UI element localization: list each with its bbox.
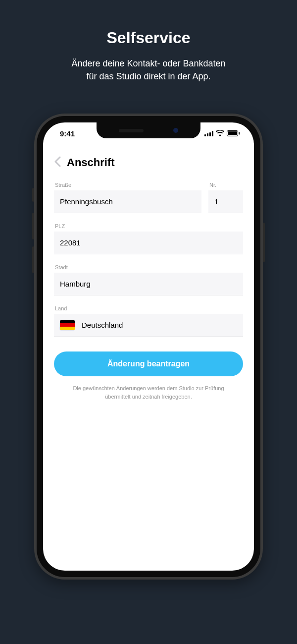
battery-icon [227,130,240,136]
city-label: Stadt [54,264,243,270]
country-select[interactable]: Deutschland [54,314,243,337]
promo-subtitle: Ändere deine Kontakt- oder Bankdaten für… [71,57,225,83]
country-value: Deutschland [82,321,123,329]
mute-switch [32,188,34,202]
country-label: Land [54,305,243,311]
status-icons [204,130,240,136]
promo-subtitle-line1: Ändere deine Kontakt- oder Bankdaten [71,59,225,68]
svg-rect-0 [204,134,206,136]
phone-screen: 9:41 Anschrift Straße [43,122,254,571]
svg-rect-6 [239,132,240,135]
promo-title: Selfservice [106,29,190,47]
cellular-icon [204,131,213,136]
germany-flag-icon [60,320,75,330]
zip-label: PLZ [54,223,243,229]
zip-input[interactable] [54,232,243,254]
street-label: Straße [54,182,201,188]
page-title: Anschrift [67,156,115,169]
volume-up-button [32,213,34,239]
power-button [263,223,265,262]
city-input[interactable] [54,273,243,295]
number-input[interactable] [208,190,243,213]
back-icon[interactable] [54,156,61,169]
promo-subtitle-line2: für das Studio direkt in der App. [86,71,210,81]
help-text: Die gewünschten Änderungen werden dem St… [54,384,243,401]
svg-rect-3 [212,131,213,136]
svg-rect-1 [207,133,208,136]
phone-notch [97,122,200,138]
submit-button[interactable]: Änderung beantragen [54,351,243,376]
svg-rect-5 [228,131,237,135]
street-input[interactable] [54,190,201,213]
status-time: 9:41 [60,129,75,138]
app-content: Anschrift Straße Nr. PLZ [43,144,254,571]
svg-rect-2 [209,132,211,136]
number-label: Nr. [208,182,243,188]
phone-frame: 9:41 Anschrift Straße [34,114,263,580]
wifi-icon [216,130,224,136]
volume-down-button [32,246,34,273]
